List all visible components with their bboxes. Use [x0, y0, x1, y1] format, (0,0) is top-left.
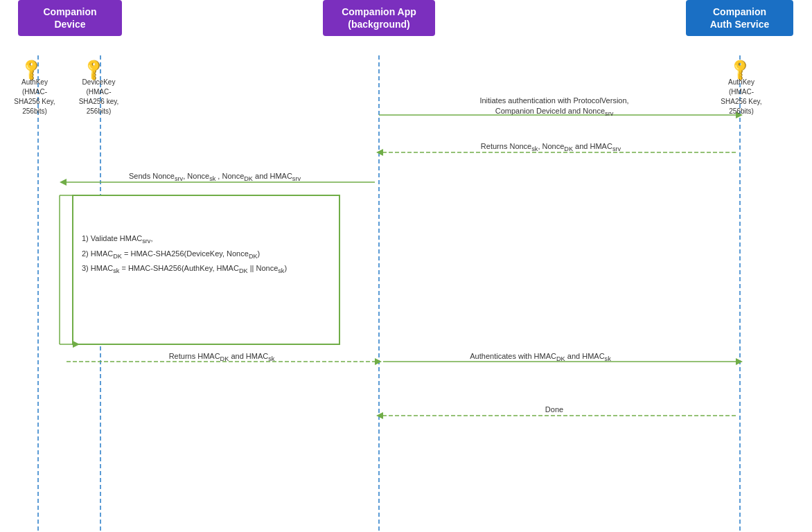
msg2-label: Returns Noncesk, NonceDK and HMACsrv — [385, 142, 717, 152]
actor-companion-auth-label: CompanionAuth Service — [710, 6, 770, 30]
process-step1: 1) Validate HMACsrv, 2) HMACDK = HMAC-SH… — [82, 232, 338, 277]
msg6-label: Done — [402, 405, 707, 414]
authkey-left-label: AuthKey(HMAC-SHA256 Key,256bits) — [7, 78, 62, 116]
msg1-label: Initiates authentication with ProtocolVe… — [402, 96, 707, 118]
msg4-label: Returns HMACDK and HMACsk — [69, 352, 374, 362]
actor-companion-auth: CompanionAuth Service — [686, 0, 793, 36]
svg-marker-14 — [73, 341, 80, 348]
actor-companion-device-label: Companion Device — [44, 6, 97, 30]
authkey-right-label: AuthKey(HMAC-SHA256 Key,256bits) — [714, 78, 769, 116]
svg-marker-16 — [375, 358, 382, 365]
actor-companion-app: Companion App(background) — [323, 0, 435, 36]
msg3-label: Sends Noncesrv, Noncesk , NonceDK and HM… — [69, 172, 360, 182]
svg-marker-9 — [60, 179, 67, 186]
svg-marker-20 — [376, 412, 383, 419]
sequence-diagram: Companion Device Companion App(backgroun… — [0, 0, 812, 532]
devicekey-label: DeviceKey(HMAC-SHA256 key,256bits) — [69, 78, 128, 116]
svg-marker-18 — [736, 358, 743, 365]
actor-companion-app-label: Companion App(background) — [342, 6, 416, 30]
actor-companion-device: Companion Device — [18, 0, 122, 36]
msg5-label: Authenticates with HMACDK and HMACsk — [388, 352, 693, 362]
svg-marker-7 — [376, 149, 383, 156]
